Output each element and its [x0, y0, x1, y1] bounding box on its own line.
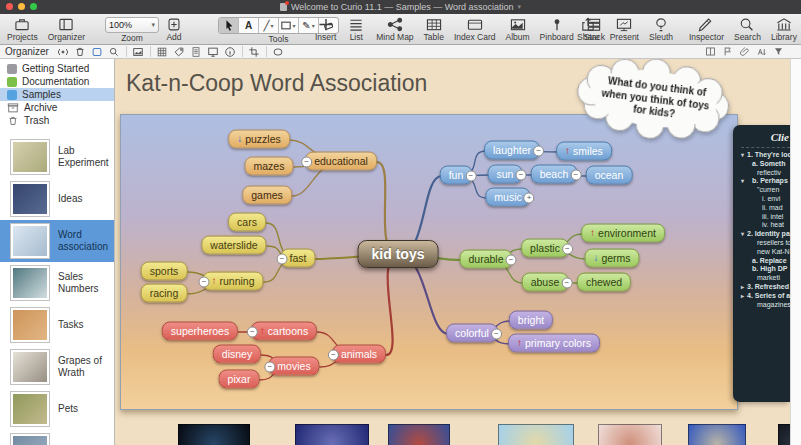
mindmap-node-animals[interactable]: animals− [332, 345, 386, 364]
page-item-tasks[interactable]: Tasks [0, 304, 114, 346]
mind-map-button[interactable]: Mind Map [371, 16, 418, 42]
mindmap-node-colorful[interactable]: colorful− [446, 324, 498, 343]
filter-icon[interactable] [770, 45, 787, 58]
collapse-badge[interactable]: − [277, 254, 288, 265]
collapse-badge[interactable]: − [247, 327, 258, 338]
mindmap-node-primary-colors[interactable]: ↑primary colors [508, 334, 600, 353]
mindmap-node-games[interactable]: games [242, 186, 292, 205]
mindmap-node-bright[interactable]: bright [509, 311, 553, 330]
paperclip-icon[interactable] [736, 45, 753, 58]
notes-panel[interactable]: Clie ▾1. They're loca. Somethreflectiv▾b… [733, 125, 790, 402]
album-button[interactable]: Album [501, 16, 535, 42]
mindmap-node-disney[interactable]: disney [213, 345, 261, 364]
minimize-button[interactable] [18, 3, 25, 10]
mindmap-node-kid-toys[interactable]: kid toys [358, 240, 439, 268]
mindmap-node-superheroes[interactable]: superheroes [162, 322, 238, 341]
earth-photo[interactable] [178, 424, 250, 445]
mindmap-node-abuse[interactable]: abuse− [522, 273, 569, 292]
vertical-scrollbar[interactable] [790, 59, 801, 445]
mindmap-node-sun[interactable]: sun− [488, 165, 523, 184]
mindmap-node-waterslide[interactable]: waterslide [201, 236, 266, 255]
insert-button[interactable]: Insert [310, 16, 341, 42]
collapse-badge[interactable]: − [533, 146, 544, 157]
sidebar-item-trash[interactable]: Trash [0, 114, 114, 127]
mindmap-node-racing[interactable]: racing [141, 284, 188, 303]
sleuth-button[interactable]: Sleuth [644, 16, 678, 42]
line-tool-icon[interactable]: ╱▾ [259, 18, 279, 33]
mindmap-node-educational[interactable]: educational− [305, 152, 377, 171]
mindmap-node-smiles[interactable]: ↑smiles [556, 142, 612, 161]
idea-space-canvas[interactable]: Kat-n-Coop Word Association What do you … [115, 59, 790, 445]
gallery-icon[interactable] [130, 45, 147, 58]
page-item-grapes-of-wrath[interactable]: Grapes of Wrath [0, 346, 114, 388]
sort-icon[interactable] [753, 45, 770, 58]
presentation-icon[interactable] [205, 45, 222, 58]
shape-tool-icon[interactable]: ▾ [279, 18, 299, 33]
page-item[interactable] [0, 430, 114, 445]
sidebar-item-archive[interactable]: Archive [0, 101, 114, 114]
collapse-badge[interactable]: − [561, 278, 572, 289]
mindmap-node-cars[interactable]: cars [228, 213, 266, 232]
mindmap-node-germs[interactable]: ↓germs [584, 249, 639, 268]
map-photo[interactable] [295, 424, 369, 445]
mindmap-node-mazes[interactable]: mazes [245, 157, 294, 176]
collapse-badge[interactable]: − [562, 244, 573, 255]
mindmap-node-movies[interactable]: movies− [268, 357, 319, 376]
info-icon[interactable] [222, 45, 239, 58]
text-tool-icon[interactable]: A [239, 18, 259, 33]
mindmap-node-plastic[interactable]: plastic− [521, 239, 569, 258]
add-button[interactable]: Add [160, 16, 188, 42]
mindmap-node-cartoons[interactable]: ↑cartoons− [251, 322, 317, 341]
select-tool-icon[interactable] [219, 18, 239, 33]
dark-photo[interactable] [778, 424, 790, 445]
projects-button[interactable]: Projects [2, 16, 43, 42]
collapse-badge[interactable]: − [465, 171, 476, 182]
mask-icon[interactable] [270, 45, 287, 58]
beach-photo[interactable] [498, 424, 574, 445]
zoom-window-button[interactable] [30, 3, 37, 10]
crop-icon[interactable] [246, 45, 263, 58]
mindmap-node-puzzles[interactable]: ↓puzzles [228, 130, 290, 149]
mind-map[interactable]: kid toyseducational−↓puzzlesmazesgamesfa… [120, 114, 738, 410]
collapse-badge[interactable]: − [506, 255, 517, 266]
collapse-badge[interactable]: − [570, 170, 581, 181]
mindmap-node-fun[interactable]: fun− [440, 166, 473, 185]
mindmap-node-pixar[interactable]: pixar [219, 370, 260, 389]
flag-icon[interactable] [719, 45, 736, 58]
tent-photo[interactable] [388, 424, 450, 445]
grid-icon[interactable] [154, 45, 171, 58]
zoom-dropdown[interactable]: 100% ▾ [105, 17, 159, 33]
wheel-photo[interactable] [688, 424, 746, 445]
page-item-ideas[interactable]: Ideas [0, 178, 114, 220]
page-item-word-association[interactable]: Word association [0, 220, 114, 262]
pink-photo[interactable] [598, 424, 662, 445]
list-button[interactable]: List [341, 16, 371, 42]
selection-shape-icon[interactable] [89, 45, 106, 58]
close-button[interactable] [6, 3, 13, 10]
mindmap-node-fast[interactable]: fast− [281, 249, 316, 268]
mindmap-node-chewed[interactable]: chewed [577, 273, 631, 292]
mindmap-node-music[interactable]: music+ [485, 188, 530, 207]
sidebar-item-documentation[interactable]: Documentation [0, 75, 114, 88]
mindmap-node-sports[interactable]: sports [141, 262, 188, 281]
collapse-badge[interactable]: − [328, 350, 339, 361]
mindmap-node-durable[interactable]: durable− [459, 250, 512, 269]
page-item-sales-numbers[interactable]: Sales Numbers [0, 262, 114, 304]
table-button[interactable]: Table [419, 16, 449, 42]
sidebar-item-samples[interactable]: Samples [0, 88, 114, 101]
mindmap-node-running[interactable]: ↑running− [202, 272, 263, 291]
tag-icon[interactable] [171, 45, 188, 58]
search-button[interactable]: Search [729, 16, 766, 42]
page-item-lab-experiment[interactable]: Lab Experiment [0, 136, 114, 178]
mindmap-node-beach[interactable]: beach− [531, 165, 578, 184]
page-item-pets[interactable]: Pets [0, 388, 114, 430]
search-small-icon[interactable] [106, 45, 123, 58]
index-card-button[interactable]: Index Card [449, 16, 501, 42]
share-button[interactable]: Share [572, 16, 605, 42]
collapse-badge[interactable]: − [301, 157, 312, 168]
columns-icon[interactable] [702, 45, 719, 58]
title-chevron-icon[interactable]: ▾ [518, 3, 522, 11]
organizer-button[interactable]: Organizer [43, 16, 90, 42]
mindmap-node-environment[interactable]: ↑environment [581, 224, 665, 243]
collapse-badge[interactable]: − [198, 277, 209, 288]
